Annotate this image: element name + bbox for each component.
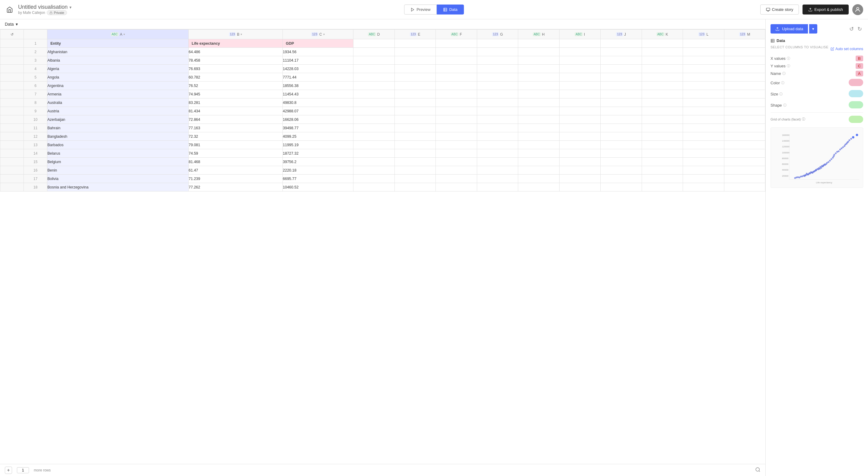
cell-j[interactable] <box>600 115 642 124</box>
grid-facet-value[interactable] <box>849 116 863 124</box>
col-header-C[interactable]: 123 C ▾ <box>283 30 353 39</box>
cell-g[interactable] <box>477 90 518 98</box>
x-values-info-icon[interactable]: ⓘ <box>787 56 790 61</box>
cell-l[interactable] <box>683 90 724 98</box>
cell-j[interactable] <box>600 107 642 115</box>
cell-b[interactable]: 79.081 <box>189 141 283 149</box>
cell-f[interactable] <box>436 56 477 65</box>
cell-i[interactable] <box>559 132 600 141</box>
color-info-icon[interactable]: ⓘ <box>781 81 784 85</box>
color-picker[interactable] <box>849 79 863 86</box>
cell-e[interactable] <box>395 107 436 115</box>
add-row-button[interactable]: + <box>5 467 12 474</box>
col-header-D[interactable]: ABC D <box>353 30 395 39</box>
auto-set-columns[interactable]: Auto set columns <box>831 47 863 51</box>
cell-h[interactable] <box>518 73 560 82</box>
cell-e[interactable] <box>395 166 436 175</box>
cell-g[interactable] <box>477 65 518 73</box>
cell-h[interactable] <box>518 48 560 56</box>
cell-k[interactable] <box>642 98 683 107</box>
cell-l[interactable] <box>683 98 724 107</box>
cell-e[interactable] <box>395 183 436 191</box>
upload-arrow-button[interactable]: ▾ <box>809 24 817 33</box>
cell-a[interactable]: Benin <box>48 166 189 175</box>
shape-value[interactable] <box>849 101 863 109</box>
cell-a[interactable]: Belgium <box>48 158 189 166</box>
cell-b[interactable]: 61.47 <box>189 166 283 175</box>
cell-k[interactable] <box>642 48 683 56</box>
cell-l[interactable] <box>683 166 724 175</box>
cell-k[interactable] <box>642 141 683 149</box>
cell-d[interactable] <box>353 65 395 73</box>
title-chevron-icon[interactable]: ▾ <box>69 5 71 10</box>
cell-j[interactable] <box>600 124 642 132</box>
col-header-I[interactable]: ABC I <box>559 30 600 39</box>
cell-i[interactable] <box>559 39 600 48</box>
cell-h[interactable] <box>518 98 560 107</box>
cell-j[interactable] <box>600 98 642 107</box>
cell-d[interactable] <box>353 115 395 124</box>
cell-m[interactable] <box>724 141 765 149</box>
cell-k[interactable] <box>642 124 683 132</box>
tab-data[interactable]: Data <box>437 4 464 14</box>
cell-f[interactable] <box>436 73 477 82</box>
cell-g[interactable] <box>477 98 518 107</box>
y-values-value[interactable]: C <box>856 64 863 68</box>
cell-a[interactable]: Entity <box>48 39 189 48</box>
cell-i[interactable] <box>559 175 600 183</box>
cell-g[interactable] <box>477 158 518 166</box>
cell-m[interactable] <box>724 82 765 90</box>
cell-c[interactable]: 18556.38 <box>283 82 353 90</box>
cell-m[interactable] <box>724 183 765 191</box>
col-header-K[interactable]: ABC K <box>642 30 683 39</box>
cell-e[interactable] <box>395 56 436 65</box>
cell-g[interactable] <box>477 124 518 132</box>
tab-preview[interactable]: Preview <box>404 4 437 14</box>
col-header-G[interactable]: 123 G <box>477 30 518 39</box>
cell-e[interactable] <box>395 149 436 158</box>
cell-a[interactable]: Angola <box>48 73 189 82</box>
cell-j[interactable] <box>600 158 642 166</box>
grid-facet-info-icon[interactable]: ⓘ <box>802 117 805 121</box>
cell-l[interactable] <box>683 82 724 90</box>
cell-m[interactable] <box>724 158 765 166</box>
cell-f[interactable] <box>436 124 477 132</box>
cell-a[interactable]: Armenia <box>48 90 189 98</box>
data-dropdown[interactable]: Data ▾ <box>5 22 18 27</box>
cell-a[interactable]: Belarus <box>48 149 189 158</box>
cell-i[interactable] <box>559 56 600 65</box>
cell-d[interactable] <box>353 82 395 90</box>
cell-h[interactable] <box>518 141 560 149</box>
cell-c[interactable]: 10460.52 <box>283 183 353 191</box>
cell-c[interactable]: 6695.77 <box>283 175 353 183</box>
user-avatar[interactable] <box>852 4 863 15</box>
cell-j[interactable] <box>600 65 642 73</box>
cell-l[interactable] <box>683 115 724 124</box>
name-info-icon[interactable]: ⓘ <box>782 71 785 76</box>
cell-a[interactable]: Bolivia <box>48 175 189 183</box>
cell-e[interactable] <box>395 39 436 48</box>
cell-e[interactable] <box>395 158 436 166</box>
cell-h[interactable] <box>518 90 560 98</box>
cell-a[interactable]: Barbados <box>48 141 189 149</box>
cell-l[interactable] <box>683 149 724 158</box>
cell-g[interactable] <box>477 175 518 183</box>
cell-f[interactable] <box>436 132 477 141</box>
col-header-A[interactable]: ABC A ▾ <box>48 30 189 39</box>
cell-f[interactable] <box>436 149 477 158</box>
cell-d[interactable] <box>353 158 395 166</box>
row-count-input[interactable] <box>17 467 29 473</box>
cell-i[interactable] <box>559 166 600 175</box>
cell-h[interactable] <box>518 65 560 73</box>
cell-a[interactable]: Albania <box>48 56 189 65</box>
cell-d[interactable] <box>353 166 395 175</box>
cell-b[interactable]: 81.468 <box>189 158 283 166</box>
cell-b[interactable]: 81.434 <box>189 107 283 115</box>
cell-b[interactable]: 74.59 <box>189 149 283 158</box>
cell-g[interactable] <box>477 132 518 141</box>
cell-c[interactable]: 14228.03 <box>283 65 353 73</box>
shape-info-icon[interactable]: ⓘ <box>783 103 786 108</box>
cell-d[interactable] <box>353 132 395 141</box>
cell-j[interactable] <box>600 90 642 98</box>
cell-a[interactable]: Afghanistan <box>48 48 189 56</box>
